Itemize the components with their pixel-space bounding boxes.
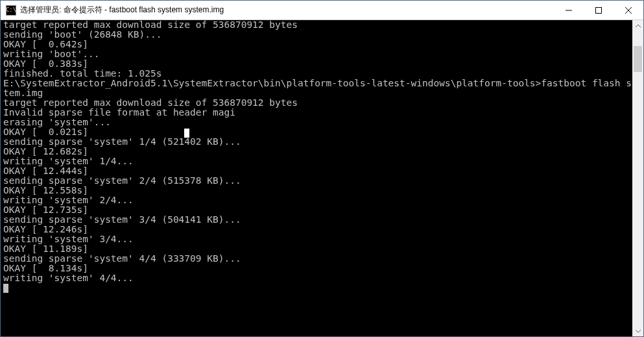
close-button[interactable] — [614, 1, 643, 19]
output-text — [88, 127, 184, 137]
output-line: E:\SystemExtractor_Android5.1\SystemExtr… — [3, 79, 632, 88]
titlebar[interactable]: C:\ 选择管理员: 命令提示符 - fastboot flash system… — [1, 1, 643, 20]
output-line: OKAY [ 8.134s] — [3, 264, 632, 273]
selection-cursor — [184, 129, 189, 138]
output-line: erasing 'system'... — [3, 118, 632, 127]
output-line: OKAY [ 0.383s] — [3, 59, 632, 69]
terminal-output[interactable]: target reported max download size of 536… — [1, 20, 632, 336]
vertical-scrollbar[interactable] — [632, 20, 643, 336]
command-prompt-window: C:\ 选择管理员: 命令提示符 - fastboot flash system… — [0, 0, 644, 337]
output-line: target reported max download size of 536… — [3, 98, 632, 108]
output-line: tem.img — [3, 88, 632, 98]
output-line: OKAY [ 12.682s] — [3, 147, 632, 156]
terminal-cursor — [3, 284, 8, 293]
output-line: target reported max download size of 536… — [3, 20, 632, 30]
output-line: Invalid sparse file format at header mag… — [3, 108, 632, 118]
output-line: finished. total time: 1.025s — [3, 69, 632, 79]
output-line: writing 'boot'... — [3, 49, 632, 59]
output-line: sending 'boot' (26848 KB)... — [3, 30, 632, 40]
output-line: writing 'system' 1/4... — [3, 156, 632, 166]
scrollbar-thumb[interactable] — [634, 46, 642, 72]
cmd-icon-text: C:\ — [6, 7, 16, 13]
output-line: sending sparse 'system' 3/4 (504141 KB).… — [3, 215, 632, 225]
output-line: OKAY [ 12.735s] — [3, 205, 632, 215]
output-line: writing 'system' 3/4... — [3, 234, 632, 244]
output-line: writing 'system' 2/4... — [3, 195, 632, 205]
output-line: OKAY [ 0.021s] — [3, 127, 632, 137]
scroll-down-button[interactable] — [632, 325, 643, 336]
content-area: target reported max download size of 536… — [1, 20, 643, 336]
output-line: OKAY [ 12.558s] — [3, 186, 632, 195]
output-line: OKAY [ 11.189s] — [3, 244, 632, 254]
maximize-button[interactable] — [584, 1, 614, 19]
chevron-down-icon — [636, 329, 641, 334]
output-text: OKAY [ 0.021s] — [3, 127, 88, 137]
svg-rect-1 — [596, 7, 602, 13]
window-controls — [554, 1, 643, 19]
output-line: sending sparse 'system' 1/4 (521402 KB).… — [3, 137, 632, 147]
close-icon — [625, 7, 632, 14]
output-line: sending sparse 'system' 2/4 (515378 KB).… — [3, 176, 632, 186]
output-line: sending sparse 'system' 4/4 (333709 KB).… — [3, 254, 632, 264]
scroll-up-button[interactable] — [632, 20, 643, 31]
output-line: OKAY [ 12.444s] — [3, 166, 632, 176]
minimize-icon — [566, 7, 572, 14]
cmd-icon: C:\ — [6, 5, 16, 16]
output-line: writing 'system' 4/4... — [3, 273, 632, 283]
maximize-icon — [595, 7, 602, 14]
output-line: OKAY [ 0.642s] — [3, 40, 632, 49]
window-title: 选择管理员: 命令提示符 - fastboot flash system sys… — [20, 5, 554, 16]
prompt-line — [3, 283, 632, 293]
chevron-up-icon — [636, 23, 641, 29]
output-line: OKAY [ 12.246s] — [3, 225, 632, 234]
minimize-button[interactable] — [554, 1, 584, 19]
